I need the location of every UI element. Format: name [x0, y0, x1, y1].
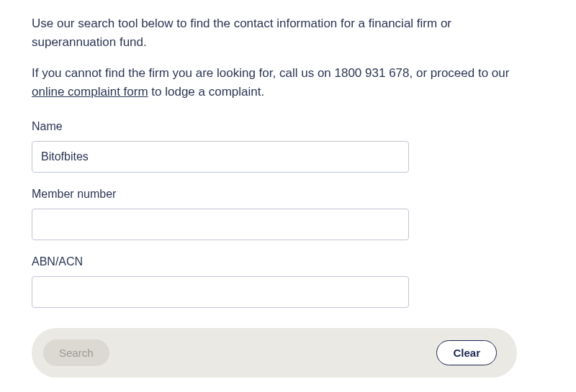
abn-acn-label: ABN/ACN — [32, 253, 544, 270]
name-field-group: Name — [32, 118, 544, 173]
clear-button[interactable]: Clear — [436, 340, 497, 365]
abn-acn-field-group: ABN/ACN — [32, 253, 544, 308]
member-number-field-group: Member number — [32, 186, 544, 240]
info-text: If you cannot find the firm you are look… — [32, 64, 536, 101]
info-text-suffix: to lodge a complaint. — [148, 85, 265, 99]
name-input[interactable] — [32, 141, 409, 173]
online-complaint-link[interactable]: online complaint form — [32, 85, 148, 99]
name-label: Name — [32, 118, 544, 135]
search-button[interactable]: Search — [43, 339, 109, 366]
member-number-input[interactable] — [32, 209, 409, 240]
member-number-label: Member number — [32, 186, 544, 203]
button-bar: Search Clear — [32, 328, 517, 378]
intro-text: Use our search tool below to find the co… — [32, 14, 536, 51]
abn-acn-input[interactable] — [32, 276, 409, 308]
info-text-prefix: If you cannot find the firm you are look… — [32, 66, 509, 80]
